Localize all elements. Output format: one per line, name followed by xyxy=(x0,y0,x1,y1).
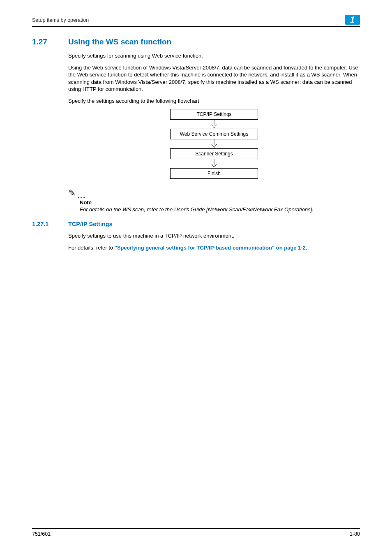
flow-arrow-icon xyxy=(170,120,258,129)
page-container: Setup items by operation 1 1.27 Using th… xyxy=(0,0,392,555)
subsection-body: Specify settings to use this machine in … xyxy=(68,232,360,251)
flow-step-webservice: Web Service Common Settings xyxy=(170,129,258,139)
section-number: 1.27 xyxy=(32,37,68,46)
note-block: ✎ ... Note For details on the WS scan, r… xyxy=(68,188,360,213)
chapter-number-tab: 1 xyxy=(345,15,360,25)
paragraph: Specify settings to use this machine in … xyxy=(68,232,360,240)
footer-page-number: 1-80 xyxy=(350,531,360,537)
footer-row: 751/601 1-80 xyxy=(32,531,360,537)
subsection-number: 1.27.1 xyxy=(32,221,68,227)
flow-step-scanner: Scanner Settings xyxy=(170,148,258,159)
paragraph-with-xref: For details, refer to "Specifying genera… xyxy=(68,244,360,252)
running-title: Setup items by operation xyxy=(32,15,89,23)
footer-model: 751/601 xyxy=(32,531,51,537)
ellipsis-icon: ... xyxy=(77,194,86,199)
running-header: Setup items by operation 1 xyxy=(32,15,360,25)
paragraph: Using the Web service function of Window… xyxy=(68,64,360,93)
paragraph: Specify the settings according to the fo… xyxy=(68,97,360,105)
text-fragment: For details, refer to xyxy=(68,245,115,251)
pen-icon: ✎ xyxy=(68,188,76,199)
flow-step-tcpip: TCP/IP Settings xyxy=(170,109,258,120)
text-fragment: . xyxy=(306,245,307,251)
footer-rule xyxy=(32,528,360,529)
page-footer: 751/601 1-80 xyxy=(32,528,360,537)
section-title: Using the WS scan function xyxy=(68,37,171,46)
paragraph: Specify settings for scanning using Web … xyxy=(68,52,360,60)
note-icon-row: ✎ ... xyxy=(68,188,360,199)
subsection-heading: 1.27.1 TCP/IP Settings xyxy=(32,221,360,227)
section-heading: 1.27 Using the WS scan function xyxy=(32,37,360,46)
flow-arrow-icon xyxy=(170,159,258,168)
flowchart: TCP/IP Settings Web Service Common Setti… xyxy=(170,109,258,179)
cross-reference-link[interactable]: "Specifying general settings for TCP/IP-… xyxy=(115,245,306,251)
flow-step-finish: Finish xyxy=(170,168,258,179)
note-text: For details on the WS scan, refer to the… xyxy=(80,206,360,213)
flow-arrow-icon xyxy=(170,139,258,148)
note-label: Note xyxy=(80,199,360,206)
subsection-title: TCP/IP Settings xyxy=(68,221,113,227)
header-rule xyxy=(32,26,360,27)
section-body: Specify settings for scanning using Web … xyxy=(68,52,360,179)
